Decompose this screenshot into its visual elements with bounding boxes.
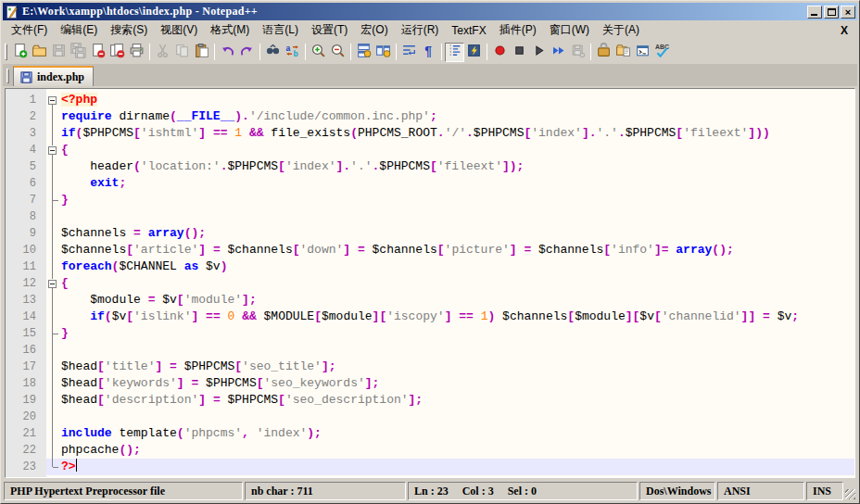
code-line[interactable]: 23?> xyxy=(6,459,854,475)
code-token: include xyxy=(61,426,112,440)
menu-file[interactable]: 文件(F) xyxy=(5,20,54,40)
close-file-button[interactable] xyxy=(88,43,108,62)
code-line[interactable]: 2require dirname(__FILE__).'/include/com… xyxy=(6,108,854,125)
code-line[interactable]: 19$head['description'] = $PHPCMS['seo_de… xyxy=(6,392,854,409)
code-line[interactable]: 9$channels = array(); xyxy=(6,225,854,242)
console-plugin-button[interactable] xyxy=(633,43,652,62)
menu-textfx[interactable]: TextFX xyxy=(445,22,492,39)
code-text: ?> xyxy=(59,459,854,475)
menubar-close-button[interactable]: X xyxy=(833,24,855,37)
code-token: PHPCMS_ROOT xyxy=(358,126,437,140)
menu-view[interactable]: 视图(V) xyxy=(154,20,204,40)
tabbar-grip[interactable] xyxy=(6,69,9,83)
code-line[interactable]: 10$channels['article'] = $channels['down… xyxy=(6,242,854,258)
replace-button[interactable]: ab xyxy=(283,43,302,62)
menu-window[interactable]: 窗口(W) xyxy=(543,20,596,40)
title-bar[interactable]: E:\Work\xampp\htdocs\index.php - Notepad… xyxy=(3,3,857,20)
word-wrap-button[interactable] xyxy=(399,43,419,62)
function-completion-button[interactable] xyxy=(464,43,484,62)
explorer-plugin-button[interactable] xyxy=(613,43,633,62)
spell-check-button[interactable]: ABC xyxy=(652,43,672,62)
macro-record-button[interactable] xyxy=(490,43,510,62)
code-line[interactable]: 21include template('phpcms', 'index'); xyxy=(6,425,854,442)
indent-guide-button[interactable] xyxy=(445,43,464,62)
code-token: [ xyxy=(603,243,611,257)
code-token: $v xyxy=(112,309,127,323)
paste-button[interactable] xyxy=(192,43,211,62)
macro-play-button[interactable] xyxy=(529,43,549,62)
menu-plugins[interactable]: 插件(P) xyxy=(493,20,543,40)
code-line[interactable]: 13 $module = $v['module']; xyxy=(6,292,854,309)
code-line[interactable]: 20 xyxy=(6,409,854,425)
menu-edit[interactable]: 编辑(E) xyxy=(54,20,104,40)
find-icon xyxy=(265,43,281,61)
line-number: 16 xyxy=(6,342,46,359)
line-number: 18 xyxy=(6,375,46,392)
code-line[interactable]: 5 header('location:'.$PHPCMS['index'].'.… xyxy=(6,158,854,175)
new-file-button[interactable] xyxy=(10,43,30,62)
code-line[interactable]: 6 exit; xyxy=(6,175,854,192)
maximize-icon xyxy=(828,8,836,16)
code-token: $head xyxy=(61,393,97,407)
resize-grip[interactable] xyxy=(845,482,856,500)
menu-macro[interactable]: 宏(O) xyxy=(354,20,394,40)
fold-toggle[interactable] xyxy=(46,275,59,292)
code-line[interactable]: 14 if($v['islink'] == 0 && $MODULE[$modu… xyxy=(6,309,854,325)
macro-stop-button[interactable] xyxy=(510,43,529,62)
code-line[interactable]: 1<?php xyxy=(6,92,854,108)
code-line[interactable]: 22phpcache(); xyxy=(6,442,854,459)
sync-vertical-scroll-button[interactable] xyxy=(354,43,373,62)
code-token: = xyxy=(213,243,221,257)
menu-format[interactable]: 格式(M) xyxy=(204,20,256,40)
code-token xyxy=(61,309,90,323)
code-token: 'seo_keywords' xyxy=(264,376,365,390)
code-line[interactable]: 11foreach($CHANNEL as $v) xyxy=(6,258,854,275)
zoom-out-button[interactable] xyxy=(328,43,348,62)
code-text: { xyxy=(59,142,854,158)
show-all-characters-button[interactable]: ¶ xyxy=(419,43,438,62)
code-line[interactable]: 4{ xyxy=(6,142,854,158)
menu-language[interactable]: 语言(L) xyxy=(256,20,305,40)
redo-button[interactable] xyxy=(237,43,257,62)
fold-toggle[interactable] xyxy=(46,92,59,108)
maximize-button[interactable] xyxy=(824,6,839,19)
menu-search[interactable]: 搜索(S) xyxy=(104,20,154,40)
code-line[interactable]: 12{ xyxy=(6,275,854,292)
menu-run[interactable]: 运行(R) xyxy=(395,20,446,40)
code-line[interactable]: 7} xyxy=(6,192,854,208)
code-text: <?php xyxy=(59,92,854,108)
open-file-button[interactable] xyxy=(30,43,49,62)
code-token: ( xyxy=(350,126,358,140)
tab-label: index.php xyxy=(37,70,84,84)
code-line[interactable]: 17$head['title'] = $PHPCMS['seo_title']; xyxy=(6,359,854,375)
zoom-in-button[interactable] xyxy=(309,43,328,62)
copy-icon xyxy=(174,43,190,61)
code-line[interactable]: 8 xyxy=(6,208,854,225)
code-line[interactable]: 18$head['keywords'] = $PHPCMS['seo_keywo… xyxy=(6,375,854,392)
toolbar-grip[interactable] xyxy=(5,44,7,60)
close-all-button[interactable] xyxy=(108,43,127,62)
code-token: $PHPCMS xyxy=(221,393,278,407)
code-line[interactable]: 15} xyxy=(6,325,854,342)
code-line[interactable]: 3if($PHPCMS['ishtml'] == 1 && file_exist… xyxy=(6,125,854,142)
undo-button[interactable] xyxy=(218,43,237,62)
code-line[interactable]: 16 xyxy=(6,342,854,359)
textfx-plugin-button[interactable] xyxy=(594,43,613,62)
minimize-button[interactable] xyxy=(807,6,822,19)
code-token: 'phpcms' xyxy=(184,426,242,440)
tab-index-php[interactable]: index.php xyxy=(13,66,94,86)
find-button[interactable] xyxy=(263,43,283,62)
open-file-icon xyxy=(32,43,47,61)
code-token: ])) xyxy=(748,126,769,140)
fold-line xyxy=(46,158,59,175)
code-token: [ xyxy=(126,243,133,257)
print-button[interactable] xyxy=(127,43,146,62)
menu-about[interactable]: 关于(A) xyxy=(596,20,646,40)
sync-horizontal-scroll-button[interactable] xyxy=(373,43,393,62)
code-token: $channels xyxy=(61,226,133,240)
close-button[interactable]: × xyxy=(841,6,855,19)
editor[interactable]: 1<?php2require dirname(__FILE__).'/inclu… xyxy=(5,88,855,478)
macro-run-multiple-button[interactable] xyxy=(549,43,568,62)
menu-settings[interactable]: 设置(T) xyxy=(305,20,354,40)
fold-toggle[interactable] xyxy=(46,142,59,158)
